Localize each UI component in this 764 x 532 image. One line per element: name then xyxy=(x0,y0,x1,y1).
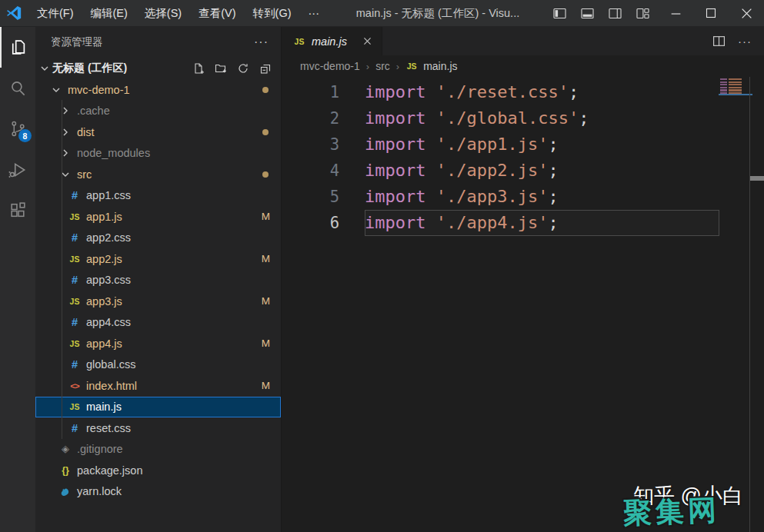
chevron-down-icon xyxy=(50,84,62,96)
workspace-section-header[interactable]: 无标题 (工作区) xyxy=(35,58,281,79)
file-label: app3.css xyxy=(86,274,131,286)
tab-main-js[interactable]: JS main.js xyxy=(282,27,382,55)
code-line-6[interactable]: 6import './app4.js'; xyxy=(282,210,764,236)
menu-item-3[interactable]: 查看(V) xyxy=(190,0,244,26)
file-label: .gitignore xyxy=(77,443,123,455)
file-label: main.js xyxy=(86,401,122,413)
code-line-5[interactable]: 5import './app3.js'; xyxy=(282,184,764,210)
collapse-folders-button[interactable] xyxy=(259,62,272,75)
git-modified-dot xyxy=(262,87,269,93)
chevron-down-icon xyxy=(38,62,51,75)
toggle-secondary-sidebar-icon[interactable] xyxy=(608,6,622,21)
minimap-line xyxy=(720,81,751,83)
explorer-sidebar: 资源管理器 ··· 无标题 (工作区) mvc-demo-1.cachedist… xyxy=(35,27,281,532)
editor-actions: ··· xyxy=(712,27,764,55)
git-modified-badge: M xyxy=(262,211,270,222)
scrollbar-marker[interactable] xyxy=(750,176,764,181)
breadcrumb-item-main.js[interactable]: JSmain.js xyxy=(405,60,457,72)
file-label: app4.js xyxy=(86,337,122,350)
close-button[interactable] xyxy=(729,0,764,26)
maximize-button[interactable] xyxy=(693,0,729,26)
tree-item-app4.css[interactable]: #app4.css xyxy=(35,312,281,334)
tree-item-app3.js[interactable]: JSapp3.jsM xyxy=(35,291,281,312)
tree-item-app2.css[interactable]: #app2.css xyxy=(35,228,281,249)
tree-item-package.json[interactable]: {}package.json xyxy=(35,460,281,481)
tree-item-reset.css[interactable]: #reset.css xyxy=(35,417,281,439)
customize-layout-icon[interactable] xyxy=(636,6,650,21)
file-label: yarn.lock xyxy=(77,485,122,497)
toggle-primary-sidebar-icon[interactable] xyxy=(552,6,567,21)
code-line-3[interactable]: 3import './app1.js'; xyxy=(282,131,764,158)
activity-run-debug-icon[interactable] xyxy=(0,149,35,190)
activity-extensions-icon[interactable] xyxy=(0,190,35,231)
minimap-line xyxy=(720,84,751,85)
line-number[interactable]: 5 xyxy=(282,184,339,210)
activity-source-control-icon[interactable]: 8 xyxy=(0,108,35,149)
more-actions-button[interactable]: ··· xyxy=(738,35,752,48)
line-content: import './app3.js'; xyxy=(365,184,719,210)
file-label: app2.css xyxy=(86,231,131,244)
line-number[interactable]: 4 xyxy=(282,158,339,184)
line-content: import './app1.js'; xyxy=(365,131,719,158)
line-number[interactable]: 3 xyxy=(282,131,339,158)
css-file-icon: # xyxy=(68,231,81,244)
tree-item-mvc-demo-1[interactable]: mvc-demo-1 xyxy=(35,79,281,101)
tab-close-icon[interactable] xyxy=(362,36,372,46)
new-file-button[interactable] xyxy=(192,62,205,75)
menu-item-5[interactable]: ··· xyxy=(299,0,328,26)
tree-item-app3.css[interactable]: #app3.css xyxy=(35,270,281,291)
minimap-highlight xyxy=(719,94,752,95)
code-line-2[interactable]: 2import './global.css'; xyxy=(282,105,764,131)
tree-item-app1.css[interactable]: #app1.css xyxy=(35,185,281,207)
code-line-1[interactable]: 1import './reset.css'; xyxy=(282,79,764,105)
toggle-panel-icon[interactable] xyxy=(580,6,595,21)
menu-item-2[interactable]: 选择(S) xyxy=(136,0,190,26)
menu-item-0[interactable]: 文件(F) xyxy=(28,0,82,26)
yarn-file-icon xyxy=(59,486,72,497)
activity-search-icon[interactable] xyxy=(0,68,35,108)
js-file-icon: JS xyxy=(293,35,305,48)
css-file-icon: # xyxy=(68,422,81,434)
tree-item-.cache[interactable]: .cache xyxy=(35,101,281,122)
tree-item-app2.js[interactable]: JSapp2.jsM xyxy=(35,248,281,270)
tab-bar: JS main.js ··· xyxy=(282,27,764,55)
code-line-4[interactable]: 4import './app2.js'; xyxy=(282,158,764,184)
minimap[interactable] xyxy=(720,78,751,95)
breadcrumb-item-mvc-demo-1[interactable]: mvc-demo-1 xyxy=(300,60,360,72)
tree-item-index.html[interactable]: <>index.htmlM xyxy=(35,375,281,397)
refresh-explorer-button[interactable] xyxy=(237,62,249,75)
tree-item-global.css[interactable]: #global.css xyxy=(35,354,281,376)
code-editor[interactable]: 1import './reset.css';2import './global.… xyxy=(282,77,764,532)
workspace-title: 无标题 (工作区) xyxy=(52,62,127,75)
tree-item-main.js[interactable]: JSmain.js xyxy=(35,397,281,418)
tree-item-dist[interactable]: dist xyxy=(35,121,281,143)
breadcrumb-item-src[interactable]: src xyxy=(375,60,390,72)
menu-item-4[interactable]: 转到(G) xyxy=(245,0,300,26)
activity-explorer-icon[interactable] xyxy=(0,27,35,68)
explorer-more-actions-button[interactable]: ··· xyxy=(254,35,269,49)
file-label: dist xyxy=(77,126,95,138)
git-modified-badge: M xyxy=(262,337,270,349)
line-number[interactable]: 2 xyxy=(282,105,339,131)
css-file-icon: # xyxy=(68,274,81,286)
file-label: app1.css xyxy=(86,189,131,201)
tab-label: main.js xyxy=(312,35,347,48)
tree-item-src[interactable]: src xyxy=(35,164,281,185)
tree-item-yarn.lock[interactable]: yarn.lock xyxy=(35,481,281,503)
git-modified-badge: M xyxy=(262,380,270,391)
tree-item-node_modules[interactable]: node_modules xyxy=(35,143,281,165)
line-number[interactable]: 1 xyxy=(282,79,339,105)
menu-item-1[interactable]: 编辑(E) xyxy=(82,0,136,26)
file-label: app4.css xyxy=(86,316,131,328)
window-controls xyxy=(658,0,764,26)
file-label: src xyxy=(77,168,92,181)
line-content: import './app2.js'; xyxy=(365,158,719,184)
tree-item-app1.js[interactable]: JSapp1.jsM xyxy=(35,206,281,228)
line-number[interactable]: 6 xyxy=(282,210,339,236)
new-folder-button[interactable] xyxy=(215,62,227,75)
tree-item-app4.js[interactable]: JSapp4.jsM xyxy=(35,333,281,354)
breadcrumb-separator-icon: › xyxy=(366,61,369,72)
split-editor-button[interactable] xyxy=(712,35,726,48)
minimize-button[interactable] xyxy=(658,0,693,26)
tree-item-.gitignore[interactable]: ◈.gitignore xyxy=(35,439,281,461)
